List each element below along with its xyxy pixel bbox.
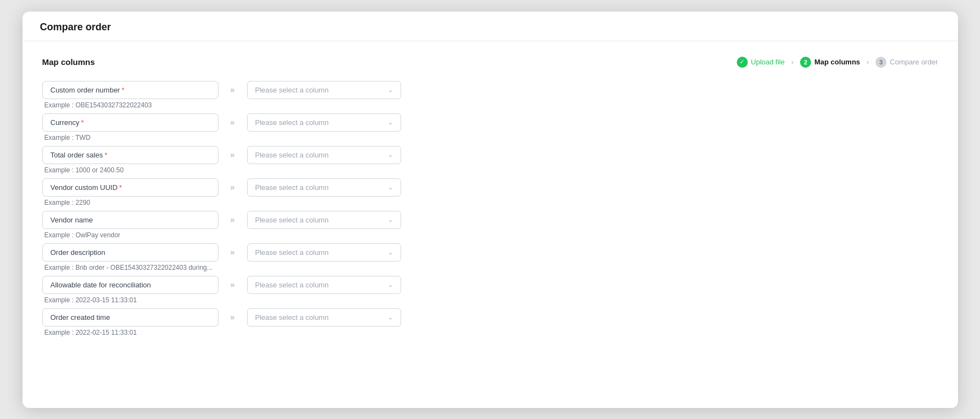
chevron-down-icon-order-description: ⌄: [388, 249, 393, 256]
step-upload-file: ✓ Upload file: [737, 57, 785, 68]
map-row-vendor-custom-uuid: Vendor custom UUID *»Please select a col…: [42, 178, 938, 206]
map-row-fields-order-created-time: Order created time»Please select a colum…: [42, 308, 938, 327]
field-label-custom-order-number: Custom order number *: [42, 81, 218, 99]
title-bar: Compare order: [23, 12, 958, 41]
field-label-allowable-date: Allowable date for reconciliation: [42, 276, 218, 294]
chevron-down-icon-currency: ⌄: [388, 119, 393, 126]
required-star-vendor-custom-uuid: *: [119, 183, 122, 192]
step1-label: Upload file: [751, 58, 785, 66]
step2-label: Map columns: [814, 58, 860, 66]
double-arrow-icon-allowable-date: »: [227, 280, 238, 289]
example-text-currency: Example : TWD: [43, 134, 938, 142]
double-arrow-icon-vendor-custom-uuid: »: [227, 183, 238, 192]
section-title: Map columns: [42, 57, 95, 67]
chevron-down-icon-allowable-date: ⌄: [388, 281, 393, 289]
chevron-down-icon-total-order-sales: ⌄: [388, 151, 393, 159]
map-row-fields-order-description: Order description»Please select a column…: [42, 243, 938, 262]
required-star-total-order-sales: *: [105, 151, 107, 159]
chevron-down-icon-vendor-custom-uuid: ⌄: [388, 184, 393, 191]
map-row-total-order-sales: Total order sales *»Please select a colu…: [42, 146, 938, 174]
field-label-total-order-sales: Total order sales *: [42, 146, 218, 164]
column-select-vendor-name[interactable]: Please select a column⌄: [247, 211, 401, 229]
chevron-down-icon-custom-order-number: ⌄: [388, 86, 393, 94]
chevron-down-icon-order-created-time: ⌄: [388, 314, 393, 321]
double-arrow-icon-currency: »: [227, 118, 238, 127]
field-label-order-created-time: Order created time: [42, 308, 218, 327]
map-row-allowable-date: Allowable date for reconciliation»Please…: [42, 276, 938, 304]
double-arrow-icon-custom-order-number: »: [227, 85, 238, 94]
map-row-fields-allowable-date: Allowable date for reconciliation»Please…: [42, 276, 938, 294]
double-arrow-icon-order-description: »: [227, 248, 238, 257]
select-placeholder-vendor-custom-uuid: Please select a column: [255, 183, 329, 192]
map-row-currency: Currency *»Please select a column⌄Exampl…: [42, 113, 938, 142]
select-placeholder-vendor-name: Please select a column: [255, 216, 329, 224]
map-row-fields-custom-order-number: Custom order number *»Please select a co…: [42, 81, 938, 99]
section-header: Map columns ✓ Upload file › 2 Map column…: [42, 57, 938, 68]
select-placeholder-allowable-date: Please select a column: [255, 281, 329, 289]
column-select-vendor-custom-uuid[interactable]: Please select a column⌄: [247, 178, 401, 197]
map-row-custom-order-number: Custom order number *»Please select a co…: [42, 81, 938, 109]
step1-check-icon: ✓: [737, 57, 748, 68]
column-select-allowable-date[interactable]: Please select a column⌄: [247, 276, 401, 294]
column-select-order-description[interactable]: Please select a column⌄: [247, 243, 401, 262]
stepper-arrow-1: ›: [791, 58, 793, 66]
double-arrow-icon-vendor-name: »: [227, 215, 238, 224]
field-label-vendor-name: Vendor name: [42, 211, 218, 229]
main-window: Compare order Map columns ✓ Upload file …: [23, 12, 958, 408]
double-arrow-icon-total-order-sales: »: [227, 150, 238, 159]
field-label-order-description: Order description: [42, 243, 218, 262]
example-text-order-created-time: Example : 2022-02-15 11:33:01: [43, 329, 938, 336]
map-row-vendor-name: Vendor name»Please select a column⌄Examp…: [42, 211, 938, 239]
select-placeholder-currency: Please select a column: [255, 118, 329, 127]
example-text-order-description: Example : Bnb order - OBE154303273220224…: [43, 264, 938, 271]
field-label-vendor-custom-uuid: Vendor custom UUID *: [42, 178, 218, 197]
map-row-fields-vendor-name: Vendor name»Please select a column⌄: [42, 211, 938, 229]
chevron-down-icon-vendor-name: ⌄: [388, 216, 393, 224]
step2-num: 2: [800, 57, 811, 68]
example-text-total-order-sales: Example : 1000 or 2400.50: [43, 166, 938, 174]
double-arrow-icon-order-created-time: »: [227, 313, 238, 322]
select-placeholder-custom-order-number: Please select a column: [255, 86, 329, 94]
select-placeholder-order-description: Please select a column: [255, 248, 329, 257]
required-star-custom-order-number: *: [122, 86, 124, 94]
map-rows-container: Custom order number *»Please select a co…: [42, 81, 938, 341]
map-row-fields-total-order-sales: Total order sales *»Please select a colu…: [42, 146, 938, 164]
content-area: Map columns ✓ Upload file › 2 Map column…: [23, 41, 958, 356]
stepper-arrow-2: ›: [867, 58, 869, 66]
select-placeholder-order-created-time: Please select a column: [255, 313, 329, 322]
step-map-columns: 2 Map columns: [800, 57, 860, 68]
example-text-vendor-name: Example : OwlPay vendor: [43, 231, 938, 239]
column-select-custom-order-number[interactable]: Please select a column⌄: [247, 81, 401, 99]
example-text-custom-order-number: Example : OBE15430327322022403: [43, 101, 938, 109]
map-row-order-created-time: Order created time»Please select a colum…: [42, 308, 938, 336]
example-text-vendor-custom-uuid: Example : 2290: [43, 199, 938, 206]
stepper: ✓ Upload file › 2 Map columns › 3 Compar…: [737, 57, 938, 68]
field-label-currency: Currency *: [42, 113, 218, 132]
required-star-currency: *: [81, 118, 84, 127]
page-title: Compare order: [40, 21, 940, 33]
step3-num: 3: [875, 57, 886, 68]
map-row-fields-currency: Currency *»Please select a column⌄: [42, 113, 938, 132]
column-select-currency[interactable]: Please select a column⌄: [247, 113, 401, 132]
select-placeholder-total-order-sales: Please select a column: [255, 151, 329, 159]
step-compare-order: 3 Compare order: [875, 57, 938, 68]
column-select-order-created-time[interactable]: Please select a column⌄: [247, 308, 401, 327]
map-row-fields-vendor-custom-uuid: Vendor custom UUID *»Please select a col…: [42, 178, 938, 197]
example-text-allowable-date: Example : 2022-03-15 11:33:01: [43, 296, 938, 304]
column-select-total-order-sales[interactable]: Please select a column⌄: [247, 146, 401, 164]
step3-label: Compare order: [890, 58, 938, 66]
map-row-order-description: Order description»Please select a column…: [42, 243, 938, 271]
